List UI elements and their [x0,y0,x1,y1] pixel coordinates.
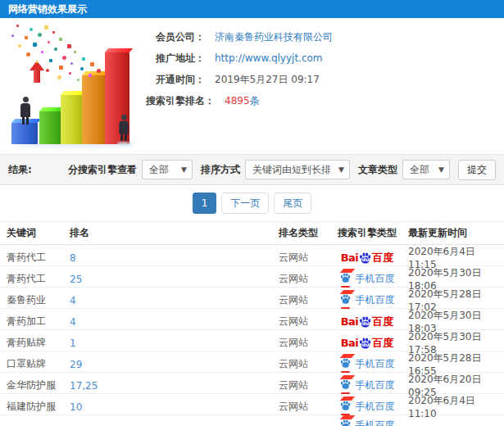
cell-engine: 手机百度 [326,400,408,414]
baidu-logo: Baidu百度 [341,316,394,328]
mobile-baidu-label: 手机百度 [356,272,395,286]
cell-rank-type: 云网站 [279,400,326,414]
col-keyword: 关键词 [7,226,70,240]
chevron-down-icon: ▼ [181,165,187,174]
mobile-baidu-paw-icon [340,273,352,285]
member-company-label: 会员公司： [146,30,205,44]
cell-keyword: 福建防护服 [7,400,70,414]
mobile-baidu-paw-icon [340,294,352,306]
col-rank-type: 排名类型 [279,226,326,240]
marketing-chart-illustration [5,23,146,147]
next-page-button[interactable]: 下一页 [221,193,269,214]
cell-rank-type: 云网站 [279,293,326,307]
cell-rank[interactable]: 4 [70,295,279,306]
seo-rank-label: 搜索引擎排名： [146,94,215,108]
cell-engine: Baidu百度 [326,252,408,264]
cell-keyword: 口罩贴牌 [7,357,70,371]
pagination: 1 下一页 尾页 [0,185,504,221]
businessman-figure-right [116,115,130,145]
mobile-baidu-label: 手机百度 [356,357,395,371]
baidu-paw-icon: du [359,338,371,349]
chart-bar-blue [11,123,38,144]
chart-bar-orange [82,75,107,144]
baidu-logo-bai: Bai [341,252,359,263]
cell-rank-type: 云网站 [279,357,326,371]
table-row: 膏药代工8云网站Baidu百度2020年6月4日 11:15 [0,245,504,266]
baidu-logo-bai: Bai [341,316,359,327]
cell-rank[interactable]: 10 [70,401,279,413]
sort-filter-value: 关键词由短到长排序 [252,163,332,177]
engine-filter-value: 全部 [149,163,175,177]
baidu-logo-cn: 百度 [372,252,393,263]
sort-filter-label: 排序方式 [201,163,240,177]
cell-engine: Baidu百度 [326,338,408,349]
chart-bar-yellow [61,95,84,144]
baidu-logo: Baidu百度 [341,338,394,349]
mobile-baidu-logo: 手机百度 [340,400,395,414]
cell-rank[interactable]: 29 [70,359,279,370]
cell-keyword: 膏药加工 [7,315,70,329]
member-company-value[interactable]: 济南秦鲁药业科技有限公司 [215,30,333,44]
company-info: 会员公司：济南秦鲁药业科技有限公司推广地址：http://www.qlyyjt.… [146,26,504,111]
table-row: 口罩贴牌29云网站手机百度2020年5月28日 16:55 [0,351,504,373]
cell-rank-type: 云网站 [279,251,326,265]
baidu-logo-du: du [362,342,370,347]
baidu-logo-bai: Bai [341,338,359,348]
mobile-baidu-paw-icon [340,379,352,392]
last-page-button[interactable]: 尾页 [274,193,311,214]
open-time-value: 2019年5月27日 09:17 [215,73,320,87]
seo-rank-value: 4895条 [225,94,260,108]
sort-filter-select[interactable]: 关键词由短到长排序 ▼ [245,160,350,179]
chart-bar-green [39,111,62,144]
mobile-baidu-logo: 手机百度 [340,272,395,286]
mobile-baidu-logo: 手机百度 [340,419,395,426]
cell-engine: 手机百度 [326,378,408,392]
page-1-button[interactable]: 1 [193,193,217,214]
table-body: 膏药代工8云网站Baidu百度2020年6月4日 11:15膏药代工25云网站手… [0,245,504,426]
cell-rank[interactable]: 4 [70,316,279,328]
mobile-baidu-label: 手机百度 [356,293,395,307]
mobile-baidu-label: 手机百度 [356,378,395,392]
submit-button[interactable]: 提交 [458,160,496,180]
cell-keyword: 膏药代工 [7,251,70,265]
cell-rank-type: 云网站 [279,272,326,286]
cell-engine: 手机百度 [326,293,408,307]
chevron-down-icon: ▼ [338,165,344,174]
cell-rank[interactable]: 8 [70,252,279,264]
cell-rank-type: 云网站 [279,378,326,392]
cell-rank-type: 云网站 [279,336,326,350]
cell-keyword: 膏药贴牌 [7,336,70,350]
info-row: 开通时间：2019年5月27日 09:17 [146,69,504,90]
mobile-baidu-label: 手机百度 [356,400,395,414]
mobile-baidu-paw-icon [340,358,352,370]
col-engine-type: 搜索引擎类型 [326,226,408,240]
open-time-label: 开通时间： [146,73,205,87]
businessman-figure-left [20,97,30,125]
engine-filter-select[interactable]: 全部 ▼ [142,160,193,179]
cell-update-time: 2020年6月4日 11:10 [408,394,504,419]
article-type-select[interactable]: 全部 ▼ [402,160,450,179]
col-update-time: 最新更新时间 [408,226,504,240]
table-row: 膏药贴牌1云网站Baidu百度2020年5月30日 17:58 [0,330,504,351]
cell-keyword: 秦鲁药业 [7,293,70,307]
seo-rank-count: 4895 [225,95,250,106]
baidu-logo-du: du [362,321,370,326]
filter-bar: 结果: 分搜索引擎查看 全部 ▼ 排序方式 关键词由短到长排序 ▼ 文章类型 全… [0,154,504,185]
cell-rank[interactable]: 25 [70,274,279,285]
cell-rank[interactable]: 1 [70,338,279,349]
baidu-logo-du: du [362,257,370,262]
filter-group: 分搜索引擎查看 全部 ▼ 排序方式 关键词由短到长排序 ▼ 文章类型 全部 ▼ … [65,160,496,180]
table-header: 关键词 排名 排名类型 搜索引擎类型 最新更新时间 [0,222,504,245]
cell-rank[interactable]: 17,25 [70,380,279,392]
promo-url-value[interactable]: http://www.qlyyjt.com [215,52,323,64]
table-row: 膏药加工4云网站Baidu百度2020年5月30日 18:03 [0,309,504,330]
table-row: 秦鲁药业4云网站手机百度2020年5月28日 17:02 [0,288,504,309]
mobile-baidu-label: 手机百度 [356,419,395,426]
info-row: 会员公司：济南秦鲁药业科技有限公司 [146,26,504,48]
cell-engine: 手机百度 [326,272,408,286]
col-rank: 排名 [70,226,279,240]
cell-rank-type: 云网站 [279,315,326,329]
cell-keyword: 膏药代工 [7,272,70,286]
cell-engine: 手机百度 [326,419,408,426]
promo-url-label: 推广地址： [146,52,205,66]
